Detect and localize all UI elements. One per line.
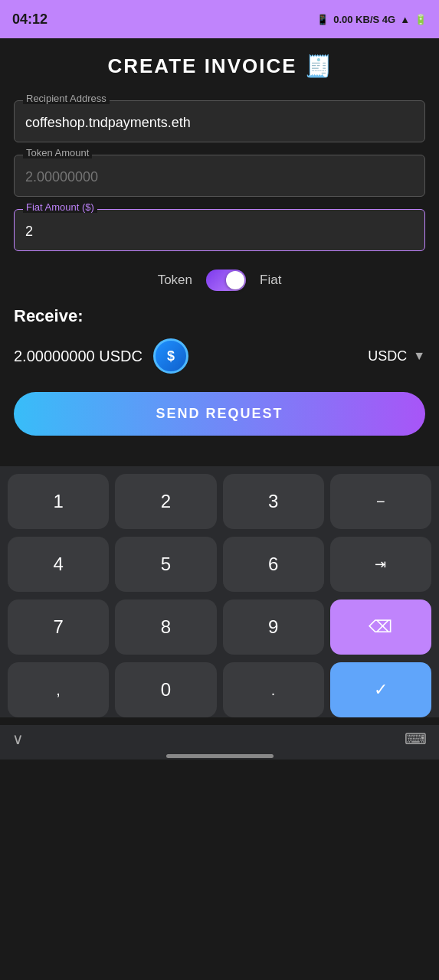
key-1[interactable]: 1 bbox=[8, 474, 109, 529]
key-7[interactable]: 7 bbox=[8, 599, 109, 655]
phone-icon: 📱 bbox=[316, 14, 329, 25]
send-request-button[interactable]: SEND REQUEST bbox=[14, 392, 425, 436]
page-title-row: CREATE INVOICE 🧾 bbox=[14, 54, 425, 79]
token-toggle-label: Token bbox=[158, 273, 192, 288]
key-tab[interactable]: ⇥ bbox=[330, 537, 431, 592]
coin-symbol: $ bbox=[167, 348, 175, 364]
status-icons: 📱 0.00 KB/S 4G ▲ 🔋 bbox=[316, 14, 427, 25]
keyboard: 1 2 3 − 4 5 6 ⇥ 7 8 9 ⌫ , 0 . ✓ bbox=[0, 466, 439, 717]
token-selector[interactable]: USDC ▼ bbox=[368, 348, 425, 364]
bottom-chevron-icon[interactable]: ∨ bbox=[12, 730, 24, 748]
page-title: CREATE INVOICE bbox=[107, 54, 296, 78]
token-amount-label: Token Amount bbox=[23, 147, 92, 158]
usdc-coin-icon: $ bbox=[153, 338, 188, 374]
coin-circle: $ bbox=[153, 338, 188, 374]
chevron-down-icon: ▼ bbox=[413, 349, 425, 363]
keyboard-row-1: 1 2 3 − bbox=[8, 474, 431, 529]
token-amount-group: Token Amount bbox=[14, 155, 425, 197]
key-5[interactable]: 5 bbox=[115, 537, 216, 592]
fiat-amount-input[interactable] bbox=[14, 209, 425, 251]
key-delete[interactable]: ⌫ bbox=[330, 599, 431, 655]
bottom-bar: ∨ ⌨ bbox=[0, 725, 439, 756]
keyboard-row-4: , 0 . ✓ bbox=[8, 662, 431, 717]
key-4[interactable]: 4 bbox=[8, 537, 109, 592]
keyboard-row-2: 4 5 6 ⇥ bbox=[8, 537, 431, 592]
key-3[interactable]: 3 bbox=[223, 474, 324, 529]
key-0[interactable]: 0 bbox=[115, 662, 216, 717]
status-time: 04:12 bbox=[12, 11, 48, 28]
network-info: 0.00 KB/S 4G bbox=[333, 14, 395, 25]
key-6[interactable]: 6 bbox=[223, 537, 324, 592]
toggle-row: Token Fiat bbox=[14, 270, 425, 291]
token-amount-input[interactable] bbox=[14, 155, 425, 197]
receive-row: 2.00000000 USDC $ USDC ▼ bbox=[14, 338, 425, 374]
key-8[interactable]: 8 bbox=[115, 599, 216, 655]
token-select-name: USDC bbox=[368, 348, 407, 364]
main-content: CREATE INVOICE 🧾 Recipient Address Token… bbox=[0, 38, 439, 466]
key-confirm[interactable]: ✓ bbox=[330, 662, 431, 717]
fiat-toggle-label: Fiat bbox=[260, 273, 281, 288]
keyboard-toggle-icon[interactable]: ⌨ bbox=[405, 730, 427, 748]
invoice-icon: 🧾 bbox=[305, 54, 332, 79]
recipient-address-label: Recipient Address bbox=[23, 93, 110, 104]
battery-icon: 🔋 bbox=[414, 14, 427, 25]
fiat-amount-group: Fiat Amount ($) bbox=[14, 209, 425, 251]
key-minus[interactable]: − bbox=[330, 474, 431, 529]
status-bar: 04:12 📱 0.00 KB/S 4G ▲ 🔋 bbox=[0, 0, 439, 38]
recipient-address-group: Recipient Address bbox=[14, 100, 425, 142]
receive-amount: 2.00000000 USDC bbox=[14, 348, 143, 365]
signal-icon: ▲ bbox=[400, 14, 410, 25]
key-comma[interactable]: , bbox=[8, 662, 109, 717]
keyboard-row-3: 7 8 9 ⌫ bbox=[8, 599, 431, 655]
fiat-amount-label: Fiat Amount ($) bbox=[23, 201, 97, 213]
toggle-knob bbox=[226, 271, 244, 289]
key-2[interactable]: 2 bbox=[115, 474, 216, 529]
token-fiat-toggle[interactable] bbox=[206, 270, 246, 291]
recipient-address-input[interactable] bbox=[14, 100, 425, 142]
key-9[interactable]: 9 bbox=[223, 599, 324, 655]
receive-label: Receive: bbox=[14, 306, 425, 326]
home-bar bbox=[166, 754, 274, 758]
home-indicator bbox=[0, 756, 439, 760]
key-period[interactable]: . bbox=[223, 662, 324, 717]
